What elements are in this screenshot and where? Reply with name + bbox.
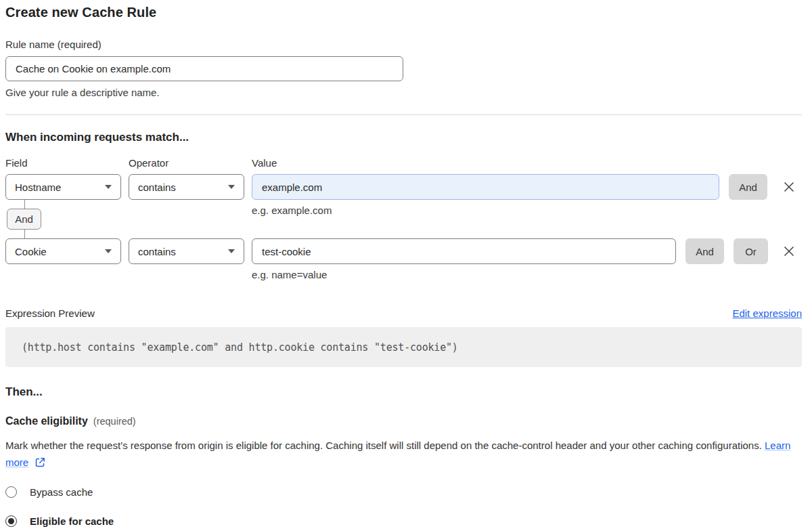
field-column-label: Field — [5, 157, 129, 169]
value-input-row1[interactable] — [252, 174, 719, 200]
connector-line — [24, 230, 25, 238]
connector-and-button[interactable]: And — [7, 209, 41, 230]
operator-select-row2[interactable]: contains — [129, 238, 244, 264]
remove-condition-icon-row2[interactable] — [782, 245, 796, 258]
add-and-button-row2[interactable]: And — [685, 238, 724, 264]
radio-label: Eligible for cache — [30, 515, 114, 527]
expression-preview-header: Expression Preview Edit expression — [5, 307, 802, 319]
edit-expression-link[interactable]: Edit expression — [732, 307, 802, 319]
chevron-down-icon — [105, 185, 112, 189]
add-or-button-row2[interactable]: Or — [734, 238, 768, 264]
cache-eligibility-header: Cache eligibility (required) — [5, 415, 802, 427]
radio-label: Bypass cache — [30, 486, 93, 498]
operator-column-label: Operator — [129, 157, 252, 169]
operator-select-row1[interactable]: contains — [129, 174, 244, 200]
rule-name-label: Rule name (required) — [5, 39, 802, 50]
operator-select-row1-value: contains — [138, 182, 176, 193]
add-and-button-row1[interactable]: And — [729, 174, 767, 200]
value-hint-row1: e.g. example.com — [252, 205, 332, 216]
remove-condition-icon-row1[interactable] — [782, 180, 796, 194]
radio-option-bypass-cache[interactable]: Bypass cache — [5, 486, 802, 498]
required-badge: (required) — [93, 416, 136, 427]
value-input-row2[interactable] — [252, 238, 676, 264]
radio-button-icon — [5, 515, 17, 527]
chevron-down-icon — [228, 185, 235, 189]
value-column-label: Value — [252, 157, 277, 169]
expression-preview-label: Expression Preview — [5, 307, 95, 319]
field-select-row2-value: Cookie — [15, 246, 47, 257]
rule-name-input[interactable] — [5, 56, 403, 81]
then-heading: Then... — [5, 385, 802, 399]
cache-eligibility-title: Cache eligibility — [5, 415, 88, 427]
radio-option-eligible-for-cache[interactable]: Eligible for cache — [5, 515, 802, 527]
condition-row: Hostname contains And — [5, 174, 802, 200]
condition-column-labels: Field Operator Value — [5, 157, 802, 169]
condition-row: Cookie contains And Or — [5, 238, 802, 264]
create-cache-rule-page: Create new Cache Rule Rule name (require… — [0, 5, 812, 531]
close-icon — [783, 245, 795, 257]
rule-name-helper: Give your rule a descriptive name. — [5, 87, 802, 98]
close-icon — [783, 181, 795, 193]
external-link-icon — [35, 455, 45, 472]
value-hint-row2: e.g. name=value — [252, 269, 802, 280]
match-section-heading: When incoming requests match... — [5, 131, 802, 144]
description-text: Mark whether the request’s response from… — [5, 440, 762, 451]
chevron-down-icon — [228, 249, 235, 253]
connector-line — [24, 200, 25, 209]
expression-code: (http.host contains "example.com" and ht… — [5, 327, 802, 367]
cache-eligibility-description: Mark whether the request’s response from… — [5, 437, 793, 472]
condition-connector-area: e.g. example.com And — [5, 200, 802, 238]
page-title: Create new Cache Rule — [5, 5, 802, 20]
section-divider — [5, 114, 802, 115]
chevron-down-icon — [105, 249, 112, 253]
field-select-row1[interactable]: Hostname — [5, 174, 121, 200]
radio-button-icon — [5, 486, 17, 498]
field-select-row2[interactable]: Cookie — [5, 238, 121, 264]
field-select-row1-value: Hostname — [15, 182, 61, 193]
operator-select-row2-value: contains — [138, 246, 176, 257]
